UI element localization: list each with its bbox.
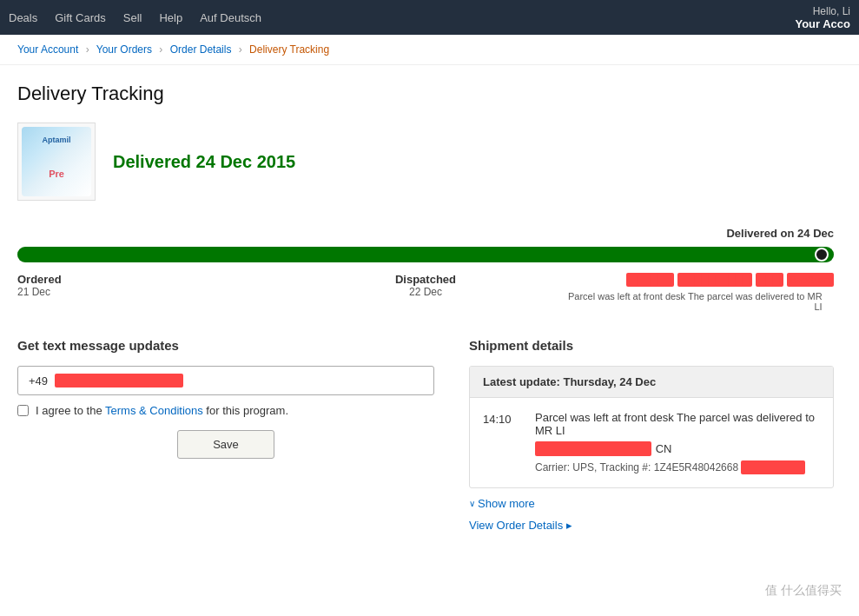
breadcrumb-your-account[interactable]: Your Account	[17, 43, 78, 56]
nav-gift-cards[interactable]: Gift Cards	[55, 11, 106, 24]
breadcrumb-your-orders[interactable]: Your Orders	[96, 43, 152, 56]
terms-link[interactable]: Terms & Conditions	[105, 404, 203, 417]
tracking-step-ordered: Ordered 21 Dec	[17, 273, 289, 312]
view-order-link[interactable]: View Order Details ▸	[469, 519, 572, 532]
delivery-header: Delivered 24 Dec 2015	[17, 123, 834, 201]
save-button[interactable]: Save	[177, 430, 274, 459]
shipment-desc: Parcel was left at front desk The parcel…	[535, 411, 820, 437]
step2-label: Dispatched	[289, 273, 561, 286]
step3-parcel-info: Parcel was left at front desk The parcel…	[562, 291, 823, 312]
tracking-redacted: ████	[741, 460, 805, 474]
text-updates-title: Get text message updates	[17, 338, 434, 353]
location-redacted: ████████	[535, 441, 651, 456]
main-content: Delivery Tracking Delivered 24 Dec 2015 …	[0, 65, 851, 549]
step1-date: 21 Dec	[17, 286, 289, 298]
breadcrumb-sep-2: ›	[159, 43, 162, 56]
nav-language[interactable]: Auf Deutsch	[200, 11, 261, 24]
page-title: Delivery Tracking	[17, 83, 834, 105]
bottom-sections: Get text message updates +49 ████████ I …	[17, 338, 834, 532]
tracking-step-dispatched: Dispatched 22 Dec	[289, 273, 561, 312]
step2-date: 22 Dec	[289, 286, 561, 298]
shipment-row: 14:10 Parcel was left at front desk The …	[483, 411, 820, 474]
step1-label: Ordered	[17, 273, 289, 286]
shipment-title: Shipment details	[469, 338, 834, 353]
phone-prefix: +49	[29, 374, 48, 387]
nav-sell[interactable]: Sell	[123, 11, 142, 24]
shipment-box: Latest update: Thursday, 24 Dec 14:10 Pa…	[469, 366, 834, 488]
tracking-section: Delivered on 24 Dec Ordered 21 Dec Dispa…	[17, 227, 834, 312]
shipment-section: Shipment details Latest update: Thursday…	[469, 338, 834, 532]
redacted-location-1: ██████	[626, 273, 674, 287]
nav-links: Deals Gift Cards Sell Help Auf Deutsch	[9, 11, 261, 24]
arrow-icon: ▸	[566, 519, 572, 532]
shipment-time: 14:10	[483, 413, 522, 474]
progress-dot	[815, 248, 829, 262]
breadcrumb-sep-1: ›	[86, 43, 89, 56]
nav-help[interactable]: Help	[159, 11, 182, 24]
shipment-body: 14:10 Parcel was left at front desk The …	[470, 398, 833, 487]
redacted-bao-guan: BaoGuan	[787, 273, 834, 287]
latest-update-label: Latest update: Thursday, 24 Dec	[483, 375, 656, 388]
view-order-row: View Order Details ▸	[469, 519, 834, 532]
user-greeting: Hello, Li	[813, 5, 850, 17]
text-updates-section: Get text message updates +49 ████████ I …	[17, 338, 434, 532]
progress-bar	[17, 247, 834, 262]
breadcrumb-current: Delivery Tracking	[249, 43, 329, 56]
product-image-placeholder	[22, 127, 91, 196]
account-label: Your Acco	[795, 17, 850, 30]
redacted-location-2: ██████████	[677, 273, 752, 287]
breadcrumb-sep-3: ›	[239, 43, 242, 56]
tracking-step-delivered: ██████ ██████████ ███ BaoGuan Parcel was…	[562, 273, 834, 312]
user-account-area[interactable]: Hello, Li Your Acco	[795, 5, 850, 30]
show-more-row: ∨ Show more	[469, 497, 834, 510]
shipment-header: Latest update: Thursday, 24 Dec	[470, 367, 833, 398]
carrier-info: Carrier: UPS, Tracking #: 1Z4E5R48042668…	[535, 460, 820, 474]
show-more-link[interactable]: Show more	[478, 497, 535, 510]
chevron-icon: ∨	[469, 499, 475, 508]
phone-number-redacted: ████████	[55, 374, 183, 387]
location-country: CN	[656, 442, 672, 455]
delivered-on-label: Delivered on 24 Dec	[17, 227, 834, 240]
breadcrumb-order-details[interactable]: Order Details	[170, 43, 232, 56]
shipment-detail: Parcel was left at front desk The parcel…	[535, 411, 820, 474]
phone-input-container[interactable]: +49 ████████	[17, 366, 434, 395]
nav-deals[interactable]: Deals	[9, 11, 37, 24]
terms-checkbox-row: I agree to the Terms & Conditions for th…	[17, 404, 434, 417]
checkbox-text: I agree to the Terms & Conditions for th…	[36, 404, 288, 417]
tracking-steps: Ordered 21 Dec Dispatched 22 Dec ██████ …	[17, 273, 834, 312]
product-image	[17, 123, 96, 201]
top-navigation: Deals Gift Cards Sell Help Auf Deutsch H…	[0, 0, 859, 35]
redacted-location-3: ███	[756, 273, 783, 287]
progress-bar-fill	[17, 247, 834, 262]
shipment-location: ████████ CN	[535, 441, 820, 456]
breadcrumb: Your Account › Your Orders › Order Detai…	[0, 35, 859, 65]
delivery-status: Delivered 24 Dec 2015	[113, 152, 295, 172]
terms-checkbox[interactable]	[17, 405, 29, 416]
